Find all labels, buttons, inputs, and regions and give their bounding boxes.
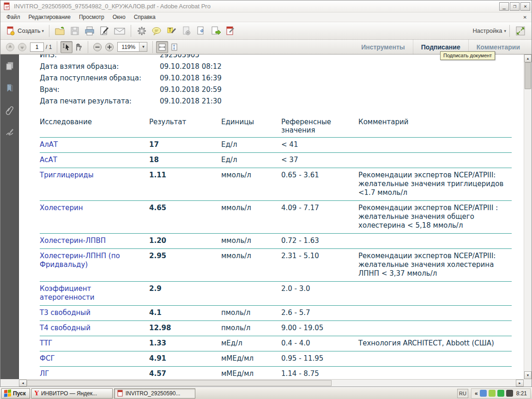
menu-item[interactable]: Файл (2, 12, 24, 22)
taskbar-tasks: YИНВИТРО — Яндек...INVITRO_29250590... (31, 388, 195, 399)
scroll-left-icon[interactable]: ◄ (19, 380, 27, 387)
scroll-right-icon[interactable]: ► (516, 380, 524, 387)
toolbar-separator (131, 25, 131, 37)
fit-width-icon (157, 42, 167, 52)
scroll-up-icon[interactable]: ▲ (524, 54, 532, 62)
document-page[interactable]: ИНЗ: 292505905 Дата взятия образца:09.10… (19, 54, 524, 379)
comment-button[interactable] (149, 24, 164, 38)
chevron-down-icon[interactable]: ▾ (504, 29, 506, 33)
table-row: Триглицериды1.11ммоль/л0.65 - 3.61Рекоме… (40, 168, 512, 201)
vertical-scrollbar-track[interactable] (524, 89, 532, 371)
save-button[interactable] (67, 24, 82, 38)
taskbar-task[interactable]: INVITRO_29250590... (114, 388, 195, 399)
menu-item[interactable]: Просмотр (75, 12, 109, 22)
result-value: 1.33 (149, 336, 221, 351)
scrolling-page-icon (169, 42, 179, 52)
task-label: ИНВИТРО — Яндек... (41, 390, 97, 397)
utorrent-icon[interactable] (489, 390, 496, 397)
select-tool-button[interactable] (60, 41, 73, 53)
export-file-button[interactable] (208, 24, 223, 38)
create-pdf-button[interactable]: Создать ▾ (4, 24, 46, 38)
attach-file-button[interactable] (193, 24, 208, 38)
result-comment: Рекомендации экспертов NCEP/ATPIII : жел… (358, 201, 512, 234)
email-button[interactable] (112, 24, 127, 38)
meta-value: 09.10.2018 21:30 (160, 97, 222, 105)
result-units: ммоль/л (221, 234, 281, 249)
document-content: ИНЗ: 292505905 Дата взятия образца:09.10… (19, 54, 524, 379)
sign-document-button[interactable] (97, 24, 112, 38)
zoom-level-combo[interactable]: 119% ▼ (117, 42, 147, 52)
toolbar-separator (152, 41, 153, 53)
result-comment (358, 138, 512, 153)
result-comment (358, 351, 512, 367)
result-units: ммоль/л (221, 168, 281, 201)
scrolling-mode-button[interactable] (168, 41, 180, 53)
sign-document-icon (99, 26, 109, 36)
meta-label: Дата печати результата: (40, 97, 160, 105)
customize-label[interactable]: Настройка (472, 27, 502, 34)
page-number-input[interactable] (30, 42, 44, 52)
test-name: ФСГ (40, 351, 149, 367)
start-button[interactable]: Пуск (1, 388, 30, 399)
start-label: Пуск (13, 390, 26, 397)
remote-access-icon[interactable] (480, 390, 487, 397)
fit-width-button[interactable] (156, 41, 168, 53)
table-row: Т3 свободный4.1пмоль/л2.6 - 5.7 (40, 306, 512, 321)
table-row: Коэффициент атерогенности2.92.0 - 3.0 (40, 282, 512, 306)
page-count-label: / 1 (46, 44, 52, 50)
expand-toolbar-button[interactable] (513, 24, 528, 38)
window-title: INVITRO_292505905_97554982_0_КРУЖАЛОВ.pd… (14, 3, 211, 10)
antivirus-icon[interactable] (506, 390, 513, 397)
horizontal-scrollbar[interactable]: ◄ ► (19, 379, 524, 387)
zoom-in-button[interactable] (103, 41, 115, 53)
result-value: 4.1 (149, 306, 221, 321)
meta-value: 09.10.2018 16:39 (160, 74, 222, 82)
taskbar-task[interactable]: YИНВИТРО — Яндек... (31, 388, 113, 399)
result-units: Ед/л (221, 138, 281, 153)
signatures-icon[interactable] (5, 127, 15, 138)
print-button[interactable] (82, 24, 97, 38)
previous-page-button[interactable] (4, 41, 16, 53)
menu-item[interactable]: Справка (130, 12, 160, 22)
chevron-down-icon[interactable]: ▼ (139, 42, 147, 51)
vertical-scrollbar[interactable]: ▲ ▼ (524, 54, 532, 379)
minimize-button[interactable]: _ (499, 2, 509, 11)
restore-button[interactable]: ❐ (510, 2, 520, 11)
menu-bar-items: ФайлРедактированиеПросмотрОкноСправка (2, 12, 160, 22)
open-file-button[interactable] (53, 24, 67, 38)
reference-range: 0.95 - 11.95 (281, 351, 358, 367)
test-name: ТТГ (40, 336, 149, 351)
horizontal-scrollbar-thumb[interactable] (27, 380, 332, 386)
highlight-text-icon: T (166, 26, 176, 36)
panel-button-tools[interactable]: Инструменты (353, 40, 413, 54)
horizontal-scrollbar-track[interactable] (332, 380, 516, 387)
next-page-button[interactable] (16, 41, 28, 53)
tray-collapse-icon[interactable]: « (475, 390, 478, 397)
tray-icons-area: « 8:21 (471, 388, 531, 399)
language-indicator[interactable]: RU (457, 389, 468, 398)
bookmarks-icon[interactable] (5, 83, 15, 93)
arrow-up-icon (6, 42, 15, 52)
page-thumbnails-icon[interactable] (5, 61, 15, 71)
menu-item[interactable]: Редактирование (24, 12, 75, 22)
hand-tool-button[interactable] (73, 41, 85, 53)
result-units: мМЕд/мл (221, 351, 281, 367)
fill-sign-form-button[interactable] (223, 24, 238, 38)
menu-item[interactable]: Окно (109, 12, 130, 22)
window-controls: _ ❐ ✕ (499, 2, 530, 11)
delete-page-button[interactable] (179, 24, 193, 38)
test-name: АсАТ (40, 153, 149, 168)
highlight-text-button[interactable]: T (164, 24, 179, 38)
close-button[interactable]: ✕ (520, 2, 530, 11)
form-pen-icon (225, 26, 236, 36)
zoom-out-button[interactable] (91, 41, 103, 53)
menubar-close-icon[interactable]: ✕ (520, 15, 530, 20)
comment-bubble-icon (151, 26, 162, 36)
table-row: ФСГ4.91мМЕд/мл0.95 - 11.95 (40, 351, 512, 367)
agent-icon[interactable] (497, 390, 504, 397)
scroll-down-icon[interactable]: ▼ (524, 371, 532, 379)
settings-gear-button[interactable] (134, 24, 149, 38)
attachments-icon[interactable] (5, 105, 15, 115)
vertical-scrollbar-thumb[interactable] (525, 62, 531, 89)
zoom-level-value: 119% (118, 44, 139, 50)
